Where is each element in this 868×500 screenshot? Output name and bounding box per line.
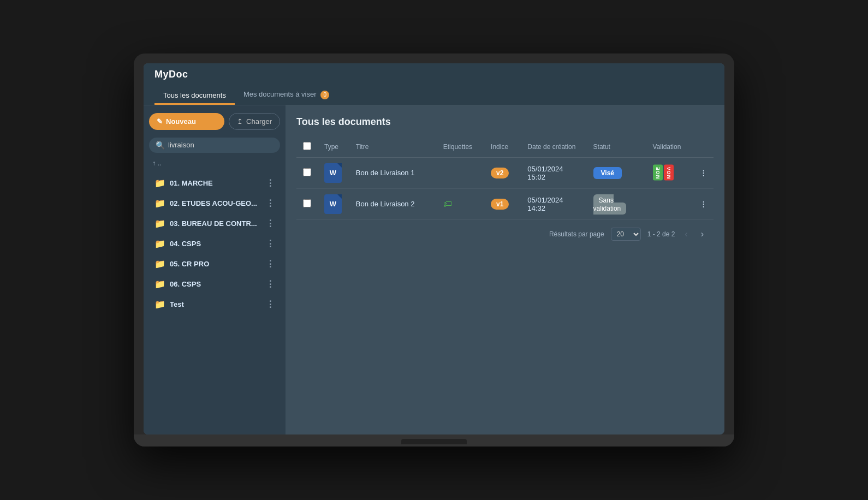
status-badge: Sans validation — [593, 194, 627, 215]
search-box: 🔍 — [149, 138, 280, 153]
row-menu-button[interactable]: ⋮ — [693, 188, 714, 219]
row-type-cell: W — [318, 157, 349, 188]
col-header-statut: Statut — [587, 136, 646, 158]
tabs-bar: Tous les documents Mes documents à viser… — [144, 86, 724, 105]
row-validation-cell — [646, 188, 693, 219]
page-title: Tous les documents — [296, 116, 714, 128]
folder-menu-icon[interactable]: ⋮ — [266, 178, 275, 188]
row-validation-cell: MOE MOA — [646, 157, 693, 188]
folder-icon: 📁 — [154, 279, 165, 289]
pagination-info: 1 - 2 de 2 — [647, 230, 675, 238]
tab-badge: 0 — [320, 91, 329, 99]
breadcrumb: ↑ .. — [149, 158, 280, 168]
folder-label: Test — [170, 300, 184, 308]
search-input[interactable] — [168, 141, 274, 149]
folder-label: 02. ETUDES ACOU-GEO... — [170, 199, 257, 207]
moa-badge: MOA — [664, 165, 674, 181]
folder-label: 05. CR PRO — [170, 260, 209, 268]
app-header: MyDoc — [144, 63, 724, 86]
row-date-cell: 05/01/2024 15:02 — [521, 157, 586, 188]
row-indice-cell: v2 — [484, 157, 521, 188]
folder-item-06-csps[interactable]: 📁 06. CSPS ⋮ — [149, 275, 280, 294]
app-title: MyDoc — [154, 69, 188, 80]
validation-badges: MOE MOA — [653, 165, 687, 181]
folder-item-02-etudes[interactable]: 📁 02. ETUDES ACOU-GEO... ⋮ — [149, 194, 280, 213]
pagination: Résultats par page 20 50 100 1 - 2 de 2 … — [296, 220, 714, 243]
per-page-select[interactable]: 20 50 100 — [611, 228, 641, 241]
folder-menu-icon[interactable]: ⋮ — [266, 299, 275, 309]
tab-my-documents[interactable]: Mes documents à viser 0 — [235, 86, 338, 105]
tab-all-documents[interactable]: Tous les documents — [154, 87, 235, 105]
folder-item-05-cr-pro[interactable]: 📁 05. CR PRO ⋮ — [149, 254, 280, 273]
pagination-next-button[interactable]: › — [698, 228, 707, 240]
folder-item-test[interactable]: 📁 Test ⋮ — [149, 295, 280, 314]
folder-menu-icon[interactable]: ⋮ — [266, 259, 275, 269]
version-badge: v1 — [491, 199, 509, 210]
row-date-cell: 05/01/2024 14:32 — [521, 188, 586, 219]
row-checkbox-cell — [296, 188, 318, 219]
row-type-cell: W — [318, 188, 349, 219]
word-icon: W — [324, 194, 342, 214]
folder-menu-icon[interactable]: ⋮ — [266, 218, 275, 229]
sidebar-buttons: ✎ Nouveau ↥ Charger — [149, 113, 280, 130]
row-etiquettes-cell: 🏷 — [437, 188, 484, 219]
app-container: MyDoc Tous les documents Mes documents à… — [144, 63, 724, 434]
col-header-select — [296, 136, 318, 158]
row-checkbox[interactable] — [303, 168, 311, 176]
col-header-indice: Indice — [484, 136, 521, 158]
laptop-base — [134, 434, 734, 447]
folder-label: 06. CSPS — [170, 280, 201, 288]
folder-menu-icon[interactable]: ⋮ — [266, 239, 275, 249]
row-menu-button[interactable]: ⋮ — [693, 157, 714, 188]
col-header-actions — [693, 136, 714, 158]
folder-item-03-bureau[interactable]: 📁 03. BUREAU DE CONTR... ⋮ — [149, 214, 280, 233]
nouveau-button[interactable]: ✎ Nouveau — [149, 113, 224, 130]
main-content: ✎ Nouveau ↥ Charger 🔍 ↑ — [144, 105, 724, 434]
document-content: Tous les documents Type Titre Etiquettes… — [286, 105, 724, 434]
charger-button[interactable]: ↥ Charger — [229, 113, 280, 130]
col-header-titre: Titre — [349, 136, 437, 158]
row-titre-cell[interactable]: Bon de Livraison 2 — [349, 188, 437, 219]
laptop-frame: MyDoc Tous les documents Mes documents à… — [134, 53, 734, 447]
folder-icon: 📁 — [154, 259, 165, 269]
sidebar: ✎ Nouveau ↥ Charger 🔍 ↑ — [144, 105, 286, 434]
search-icon: 🔍 — [156, 141, 165, 150]
folder-icon: 📁 — [154, 178, 165, 188]
col-header-etiquettes: Etiquettes — [437, 136, 484, 158]
folder-icon: 📁 — [154, 299, 165, 309]
folder-label: 01. MARCHE — [170, 179, 213, 187]
laptop-notch — [401, 439, 467, 444]
plus-icon: ✎ — [157, 117, 163, 126]
laptop-screen: MyDoc Tous les documents Mes documents à… — [144, 63, 724, 434]
folder-item-04-csps[interactable]: 📁 04. CSPS ⋮ — [149, 234, 280, 253]
up-arrow-icon: ↑ — [152, 159, 156, 167]
folder-menu-icon[interactable]: ⋮ — [266, 198, 275, 209]
folder-label: 04. CSPS — [170, 240, 201, 248]
upload-icon: ↥ — [237, 117, 243, 126]
tag-icon: 🏷 — [443, 199, 452, 209]
word-icon: W — [324, 163, 342, 183]
folder-icon: 📁 — [154, 198, 165, 209]
col-header-validation: Validation — [646, 136, 693, 158]
folder-list: 📁 01. MARCHE ⋮ 📁 02. ETUDES ACOU-GEO... … — [149, 174, 280, 314]
folder-label: 03. BUREAU DE CONTR... — [170, 219, 257, 228]
row-titre-cell[interactable]: Bon de Livraison 1 — [349, 157, 437, 188]
folder-icon: 📁 — [154, 239, 165, 249]
select-all-checkbox[interactable] — [303, 142, 311, 150]
row-etiquettes-cell — [437, 157, 484, 188]
folder-menu-icon[interactable]: ⋮ — [266, 279, 275, 289]
documents-table: Type Titre Etiquettes Indice Date de cré… — [296, 136, 714, 220]
pagination-prev-button[interactable]: ‹ — [681, 228, 691, 240]
table-row: W Bon de Livraison 1 v2 05/01/2024 15:02 — [296, 157, 714, 188]
version-badge: v2 — [491, 168, 509, 178]
col-header-type: Type — [318, 136, 349, 158]
row-checkbox[interactable] — [303, 199, 311, 207]
row-statut-cell: Visé — [587, 157, 646, 188]
folder-item-01-marche[interactable]: 📁 01. MARCHE ⋮ — [149, 174, 280, 193]
col-header-date: Date de création — [521, 136, 586, 158]
row-indice-cell: v1 — [484, 188, 521, 219]
row-checkbox-cell — [296, 157, 318, 188]
table-row: W Bon de Livraison 2 🏷 v1 0 — [296, 188, 714, 219]
results-per-page-label: Résultats par page — [549, 230, 604, 238]
folder-icon: 📁 — [154, 218, 165, 229]
